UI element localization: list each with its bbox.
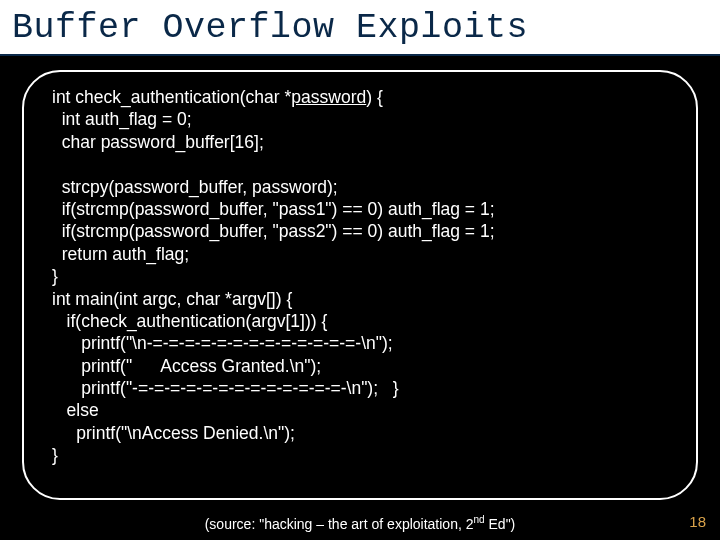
code-line: printf("-=-=-=-=-=-=-=-=-=-=-=-=-=-\n");…	[52, 378, 399, 398]
param-password: password	[291, 87, 366, 107]
code-line: }	[52, 445, 58, 465]
slide-title: Buffer Overflow Exploits	[0, 0, 720, 56]
code-line: printf(" Access Granted.\n");	[52, 356, 321, 376]
code-line: else	[52, 400, 99, 420]
code-line: printf("\n-=-=-=-=-=-=-=-=-=-=-=-=-=-\n"…	[52, 333, 393, 353]
code-line: char password_buffer[16];	[52, 132, 264, 152]
code-box: int check_authentication(char *password)…	[22, 70, 698, 500]
code-line: strcpy(password_buffer, password);	[52, 177, 338, 197]
code-line: int check_authentication(char *password)…	[52, 87, 383, 107]
code-line: return auth_flag;	[52, 244, 189, 264]
code-line: int main(int argc, char *argv[]) {	[52, 289, 292, 309]
code-line: if(check_authentication(argv[1])) {	[52, 311, 327, 331]
code-line: if(strcmp(password_buffer, "pass1") == 0…	[52, 199, 495, 219]
code-line: int auth_flag = 0;	[52, 109, 192, 129]
code-block: int check_authentication(char *password)…	[52, 86, 668, 467]
code-line: }	[52, 266, 58, 286]
page-number: 18	[689, 513, 706, 530]
source-citation: (source: "hacking – the art of exploitat…	[0, 514, 720, 532]
slide: Buffer Overflow Exploits int check_authe…	[0, 0, 720, 540]
code-line: printf("\nAccess Denied.\n");	[52, 423, 295, 443]
code-line: if(strcmp(password_buffer, "pass2") == 0…	[52, 221, 495, 241]
